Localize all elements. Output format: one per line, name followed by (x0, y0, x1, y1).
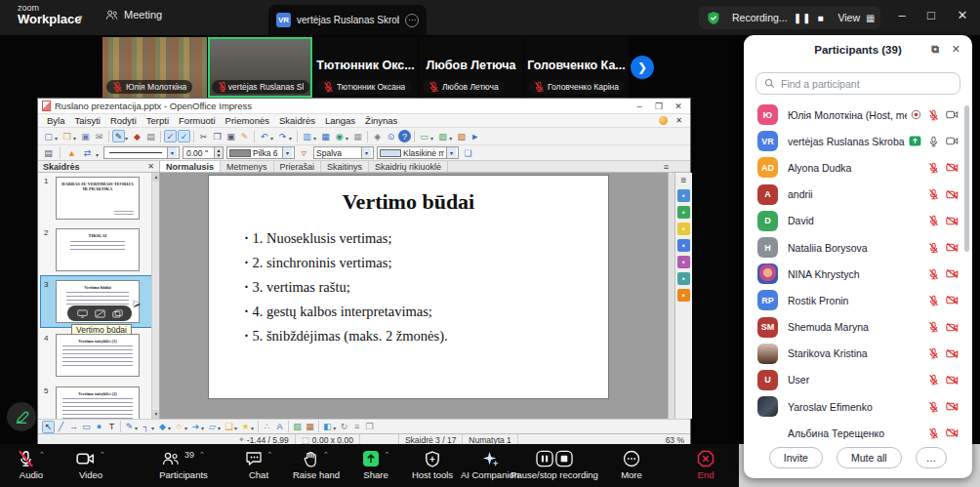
insert-picture-icon[interactable]: ▨ (436, 130, 449, 142)
clone-formatting-icon[interactable]: ✎ (238, 130, 251, 142)
tab-meeting[interactable]: Meeting (105, 9, 162, 20)
view-tab-normalusis[interactable]: Normalusis (160, 161, 221, 172)
participant-row-vert-jas-ruslanas-skroba-as[interactable]: VRvertėjas Ruslanas Skrobačas (744, 128, 972, 154)
paste-icon[interactable]: ▣ (225, 130, 237, 142)
mute-all-button[interactable]: Mute all (837, 447, 902, 468)
next-participants-button[interactable]: ❯ (631, 56, 654, 79)
participant-row-rostik-pronin[interactable]: RPRostik Pronin (744, 287, 972, 313)
new-icon[interactable]: ▢ (42, 130, 55, 142)
display-mode-icon[interactable]: ▭ (418, 130, 430, 142)
chevron-up-icon[interactable]: ⌃ (267, 451, 273, 459)
tab-screen-share[interactable]: VR vertėjas Ruslanas Skrobačas's scre ⋯ (268, 5, 427, 35)
invite-button[interactable]: Invite (769, 447, 823, 468)
menu-terpti[interactable]: Terpti (142, 115, 174, 126)
fill-color-select[interactable]: Klasikinė m▾ (377, 146, 459, 159)
current-slide[interactable]: Vertimo būdai 1. Nuoseklusis vertimas;2.… (208, 175, 609, 399)
participant-row-nataliia-borysova[interactable]: HNataliia Borysova (744, 234, 972, 261)
impress-maximize-button[interactable]: ❐ (651, 101, 667, 111)
stop-recording-icon[interactable]: ■ (817, 13, 824, 23)
autospellcheck-icon[interactable]: ✓ (178, 130, 190, 142)
chart-icon[interactable]: ▥ (301, 130, 313, 142)
participant-row-nina-khrystych[interactable]: NINA Khrystych (744, 261, 972, 287)
email-icon[interactable]: ✉ (93, 130, 105, 142)
menu-formuoti[interactable]: Formuoti (174, 115, 220, 126)
participant-row-shemuda-maryna[interactable]: SMShemuda Maryna (744, 314, 972, 341)
participant-row-item[interactable]: Альбина Терещенко (744, 420, 972, 446)
arrange-icon[interactable]: ❒ (363, 421, 376, 433)
minimize-button[interactable]: – (892, 8, 912, 22)
view-tab-metmenys[interactable]: Metmenys (221, 161, 274, 172)
thumbnail-hover-toolbar[interactable] (67, 305, 132, 321)
zoom-icon[interactable]: ⊙ (385, 130, 397, 142)
fontwork-icon[interactable]: A (273, 421, 286, 433)
navigator-icon[interactable]: ◈ (371, 130, 384, 142)
properties-icon[interactable]: ▪ (677, 189, 690, 202)
participants-scrollbar[interactable] (964, 105, 969, 252)
image-filter-icon[interactable]: ▧ (455, 130, 468, 142)
open-icon[interactable]: ❒ (61, 130, 73, 142)
styles-icon[interactable]: ▤ (42, 146, 55, 159)
copy-icon[interactable]: ❒ (211, 130, 224, 142)
line-width-spinner[interactable]: 0.00 "▲▼ (183, 146, 224, 159)
show-grid-icon[interactable]: ▦ (351, 130, 364, 142)
slides-panel-close-icon[interactable]: ✕ (147, 162, 154, 171)
table-icon[interactable]: ▦ (319, 130, 332, 142)
participant-row-yaroslav-efimenko[interactable]: Yaroslav Efimenko (744, 393, 972, 420)
slide-transition-icon[interactable]: ▪ (677, 206, 690, 219)
navigator-deck-icon[interactable]: ▪ (677, 272, 690, 285)
alignment-icon[interactable]: ≡ (350, 421, 363, 433)
menu-taisyti[interactable]: Taisyti (69, 115, 104, 126)
update-notification-icon[interactable] (659, 116, 668, 125)
panel-more-button[interactable]: … (916, 447, 948, 468)
master-pages-icon[interactable]: ▪ (677, 239, 690, 252)
slide-thumbnail-5[interactable]: Vertimo taisyklės (2) (56, 386, 140, 419)
export-pdf-icon[interactable]: ◆ (131, 130, 143, 142)
security-shield-icon[interactable] (707, 11, 720, 25)
print-icon[interactable]: ▤ (144, 130, 157, 142)
menu-langas[interactable]: Langas (320, 115, 360, 126)
slide-thumbnail-1[interactable]: DARBAS SU VERTIMAIS TEORIJA IR PRAKTIKA (56, 177, 140, 220)
save-icon[interactable]: ▣ (79, 130, 92, 142)
participants-button[interactable]: 39⌃ Participants (144, 448, 223, 480)
paint-can-icon[interactable]: 🜄 (298, 146, 310, 159)
end-button[interactable]: End (683, 448, 728, 480)
tab-options-icon[interactable]: ⋯ (405, 14, 419, 27)
chevron-down-icon[interactable]: ▾ (78, 13, 83, 22)
help-icon[interactable]: ? (398, 130, 411, 142)
view-grid-icon[interactable]: ▦ (866, 13, 875, 23)
shadow-icon[interactable]: ❏ (462, 146, 474, 159)
chevron-up-icon[interactable]: ⌃ (323, 451, 329, 459)
chat-button[interactable]: ⌃ Chat (234, 448, 283, 480)
select-icon[interactable]: ↖ (42, 421, 55, 433)
chevron-up-icon[interactable]: ⌃ (100, 451, 105, 459)
scroll-up-icon[interactable]: ▲ (152, 173, 160, 182)
hyperlink-icon[interactable]: ◉ (333, 130, 346, 142)
video-button[interactable]: ⌃ Video (62, 448, 119, 480)
participant-row-alyona-dudka[interactable]: ADAlyona Dudka (744, 154, 972, 181)
view-button[interactable]: View (837, 12, 860, 23)
menu-inynas[interactable]: Žinynas (360, 115, 402, 126)
spellcheck-icon[interactable]: ✓ (164, 130, 177, 142)
scroll-down-icon[interactable]: ▼ (152, 410, 160, 419)
edit-points-icon[interactable]: ∴ (261, 421, 273, 433)
pop-out-icon[interactable]: ⧉ (931, 43, 939, 56)
slides-panel-scrollbar[interactable]: ▲ ▼ (151, 173, 159, 419)
line-color-select[interactable]: Pilka 6▾ (226, 146, 295, 159)
participant-row-user[interactable]: UUser (744, 367, 972, 393)
gallery-icon[interactable]: ▦ (304, 421, 316, 433)
fill-style-select[interactable]: Spalva▾ (313, 146, 374, 159)
impress-title-bar[interactable]: Ruslano prezentacija.pptx - OpenOffice I… (38, 99, 690, 114)
cut-icon[interactable]: ✂ (197, 130, 210, 142)
participant-search-input[interactable]: Find a participant (755, 72, 960, 95)
rotate-icon[interactable]: ↻ (338, 421, 350, 433)
audio-button[interactable]: ⌃ Audio (6, 448, 57, 480)
custom-animation-icon[interactable]: ▪ (677, 223, 690, 235)
arrow-icon[interactable]: → (67, 421, 80, 433)
text-icon[interactable]: T (105, 421, 118, 433)
slide-thumbnail-4[interactable]: Vertimo taisyklės (1) (56, 334, 140, 377)
participant-row-starikova-kristina[interactable]: Starikova Kristina (744, 341, 972, 367)
vertical-scrollbar[interactable] (668, 173, 674, 419)
impress-close-button[interactable]: ✕ (671, 101, 686, 111)
video-tile-vert-jas-ruslanas-skroba[interactable]: vertėjas Ruslanas Skrobač... (208, 37, 312, 98)
video-tile-item[interactable]: Тютюнник Окс...Тютюнник Оксана (313, 37, 418, 98)
